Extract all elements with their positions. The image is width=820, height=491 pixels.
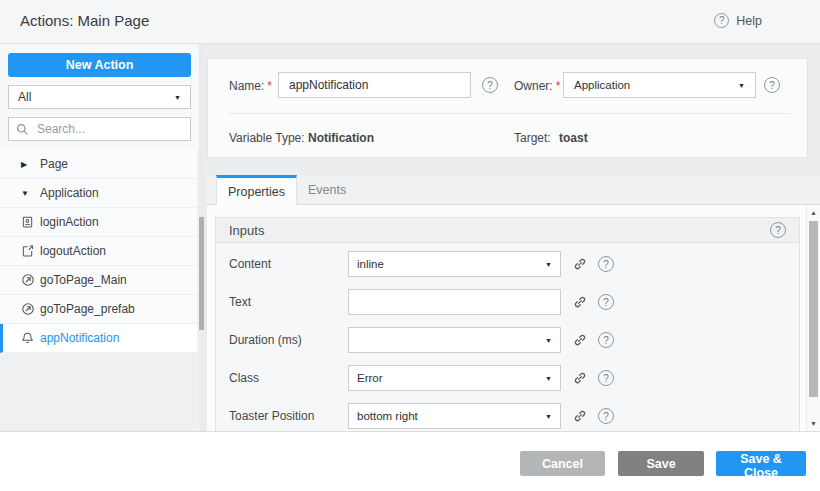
tree-item-label: Page: [40, 157, 68, 171]
name-input[interactable]: [278, 72, 471, 98]
tree-item-label: logoutAction: [40, 244, 106, 258]
action-tree: ▶Page▼ApplicationloginActionlogoutAction…: [0, 150, 197, 353]
property-text-input[interactable]: [348, 289, 561, 315]
property-label: Content: [229, 257, 348, 271]
search-box: [8, 117, 191, 141]
navigate-icon: [21, 302, 40, 316]
navigate-icon: [21, 273, 40, 287]
property-row-text: Text?: [216, 283, 799, 321]
caret-down-icon: ▼: [545, 375, 552, 382]
sidebar-controls: New Action All ▼: [0, 44, 199, 150]
owner-select[interactable]: Application ▼: [563, 72, 756, 98]
required-marker: *: [556, 79, 561, 93]
tree-item-loginAction[interactable]: loginAction: [0, 208, 197, 237]
filter-select-value: All: [18, 90, 31, 104]
new-action-button[interactable]: New Action: [8, 53, 191, 77]
caret-down-icon: ▼: [545, 337, 552, 344]
tree-item-goToPage_prefab[interactable]: goToPage_prefab: [0, 295, 197, 324]
dialog-footer: Cancel Save Save & Close: [0, 431, 820, 491]
required-marker: *: [267, 79, 272, 93]
inputs-section-title: Inputs: [229, 223, 264, 238]
logout-icon: [21, 244, 40, 258]
variable-type-value: Notification: [308, 131, 374, 145]
property-label: Toaster Position: [229, 409, 348, 423]
tab-events[interactable]: Events: [297, 175, 357, 205]
login-icon: [21, 215, 40, 229]
tree-item-label: appNotification: [40, 331, 119, 345]
action-summary-card: Name:* ? Owner:* Application ▼ ? Variabl…: [207, 58, 808, 158]
property-help-icon[interactable]: ?: [598, 332, 614, 348]
sidebar-scrollbar-thumb[interactable]: [199, 217, 204, 330]
bind-link-icon[interactable]: [573, 295, 587, 309]
name-help-icon[interactable]: ?: [482, 77, 498, 93]
name-label: Name:*: [229, 79, 272, 93]
property-select[interactable]: bottom right▼: [348, 403, 561, 429]
inputs-section-header: Inputs ?: [215, 217, 800, 243]
property-select-value: bottom right: [357, 410, 418, 422]
property-help-icon[interactable]: ?: [598, 294, 614, 310]
tree-item-logoutAction[interactable]: logoutAction: [0, 237, 197, 266]
property-row-toaster-position: Toaster Positionbottom right▼?: [216, 397, 799, 431]
bind-link-icon[interactable]: [573, 333, 587, 347]
owner-help-icon[interactable]: ?: [764, 77, 780, 93]
target-value: toast: [559, 131, 588, 145]
tree-group-Page[interactable]: ▶Page: [0, 150, 197, 179]
properties-scroll-area: Inputs ? Contentinline▼?Text?Duration (m…: [207, 205, 806, 431]
variable-type-label: Variable Type:: [229, 131, 305, 145]
help-button[interactable]: ? Help: [714, 13, 762, 28]
caret-down-icon: ▼: [545, 261, 552, 268]
help-icon: ?: [714, 13, 729, 28]
caret-down-icon: ▼: [174, 94, 181, 101]
filter-select[interactable]: All ▼: [8, 85, 191, 109]
property-row-duration-ms-: Duration (ms)▼?: [216, 321, 799, 359]
card-divider: [229, 113, 790, 114]
chevron-collapsed-icon[interactable]: ▶: [21, 160, 40, 169]
property-label: Class: [229, 371, 348, 385]
property-select[interactable]: ▼: [348, 327, 561, 353]
property-row-class: ClassError▼?: [216, 359, 799, 397]
tab-properties[interactable]: Properties: [216, 175, 297, 205]
save-button[interactable]: Save: [618, 451, 704, 476]
bind-link-icon[interactable]: [573, 409, 587, 423]
caret-down-icon: ▼: [545, 413, 552, 420]
property-help-icon[interactable]: ?: [598, 370, 614, 386]
owner-select-value: Application: [574, 79, 630, 91]
property-select[interactable]: inline▼: [348, 251, 561, 277]
tree-item-label: goToPage_prefab: [40, 302, 135, 316]
target-label: Target:: [514, 131, 551, 145]
help-label: Help: [736, 14, 762, 28]
property-help-icon[interactable]: ?: [598, 408, 614, 424]
save-and-close-button[interactable]: Save & Close: [716, 451, 806, 476]
inputs-help-icon[interactable]: ?: [770, 222, 786, 238]
cancel-button[interactable]: Cancel: [520, 451, 605, 476]
property-select[interactable]: Error▼: [348, 365, 561, 391]
properties-scrollbar[interactable]: ▲ ▼: [806, 205, 820, 431]
actions-sidebar: New Action All ▼ ▶Page▼ApplicationloginA…: [0, 44, 199, 431]
dialog-titlebar: Actions: Main Page ? Help: [0, 0, 820, 44]
tree-item-label: goToPage_Main: [40, 273, 127, 287]
owner-label: Owner:*: [514, 79, 560, 93]
page-title: Actions: Main Page: [20, 12, 149, 29]
tab-bar: Properties Events: [207, 175, 820, 205]
tree-item-label: loginAction: [40, 215, 99, 229]
scroll-up-icon[interactable]: ▲: [807, 209, 820, 216]
property-help-icon[interactable]: ?: [598, 256, 614, 272]
property-row-content: Contentinline▼?: [216, 245, 799, 283]
bind-link-icon[interactable]: [573, 257, 587, 271]
bind-link-icon[interactable]: [573, 371, 587, 385]
property-label: Duration (ms): [229, 333, 348, 347]
notification-icon: [21, 331, 40, 345]
scroll-down-icon[interactable]: ▼: [807, 420, 820, 427]
tree-group-Application[interactable]: ▼Application: [0, 179, 197, 208]
property-select-value: Error: [357, 372, 383, 384]
tree-item-goToPage_Main[interactable]: goToPage_Main: [0, 266, 197, 295]
search-icon: [16, 123, 29, 136]
scrollbar-thumb[interactable]: [809, 221, 818, 397]
inputs-field-list: Contentinline▼?Text?Duration (ms)▼?Class…: [215, 243, 800, 431]
search-input[interactable]: [35, 121, 183, 137]
chevron-expanded-icon[interactable]: ▼: [21, 189, 40, 198]
actions-dialog: Actions: Main Page ? Help New Action All…: [0, 0, 820, 491]
property-label: Text: [229, 295, 348, 309]
tree-item-appNotification[interactable]: appNotification: [0, 324, 197, 353]
tree-item-label: Application: [40, 186, 99, 200]
